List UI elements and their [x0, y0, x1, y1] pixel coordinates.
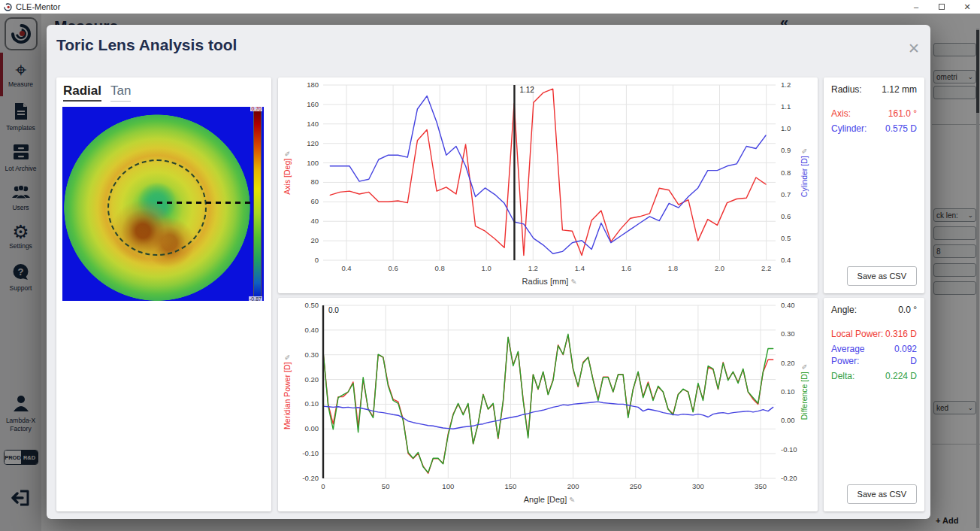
svg-text:60: 60 — [310, 197, 319, 205]
svg-text:-0.10: -0.10 — [302, 449, 319, 457]
svg-text:0.9: 0.9 — [781, 146, 791, 154]
cylinder-value: 0.575 D — [885, 123, 917, 135]
svg-text:150: 150 — [505, 482, 517, 490]
angle-value: 0.0 ° — [898, 304, 917, 316]
svg-text:0.00: 0.00 — [305, 424, 319, 432]
svg-text:160: 160 — [307, 100, 319, 108]
app-icon — [4, 3, 12, 11]
average-power-label: Average Power: — [831, 343, 888, 367]
svg-text:1.8: 1.8 — [668, 264, 678, 272]
svg-text:0.8: 0.8 — [435, 264, 445, 272]
delta-value: 0.224 D — [885, 370, 917, 382]
svg-text:1.6: 1.6 — [622, 264, 631, 272]
svg-text:100: 100 — [307, 159, 319, 167]
restore-button[interactable] — [929, 0, 954, 14]
svg-text:140: 140 — [307, 120, 319, 128]
cylinder-label: Cylinder: — [831, 123, 867, 135]
average-power-value: 0.092 D — [888, 343, 917, 367]
radius-value: 1.12 mm — [882, 83, 917, 96]
colorbar-min-label: -0.87 — [249, 296, 262, 302]
svg-text:0.20: 0.20 — [781, 359, 795, 367]
application-window: CLE-Mentor – ✕ ⌖ Measure — [0, 0, 980, 531]
delta-label: Delta: — [831, 370, 854, 382]
svg-text:0.50: 0.50 — [305, 301, 319, 309]
svg-text:1.0: 1.0 — [482, 264, 492, 272]
colorbar-max-label: 0.70 — [250, 106, 262, 111]
svg-text:Radius [mm] ✎: Radius [mm] ✎ — [522, 277, 577, 286]
svg-text:200: 200 — [567, 482, 579, 490]
measurement-circle-overlay — [107, 159, 207, 256]
local-power-value: 0.316 D — [885, 328, 917, 340]
svg-text:1.0: 1.0 — [781, 124, 791, 132]
svg-text:20: 20 — [310, 236, 319, 244]
radius-label: Radius: — [831, 83, 862, 96]
svg-text:0.6: 0.6 — [781, 212, 791, 220]
tab-tan[interactable]: Tan — [110, 83, 131, 102]
colorbar — [253, 109, 262, 299]
svg-text:Difference [D] ✎: Difference [D] ✎ — [800, 364, 809, 420]
svg-text:Meridian Power [D] ✎: Meridian Power [D] ✎ — [283, 354, 292, 429]
svg-text:1.1: 1.1 — [781, 102, 791, 111]
svg-text:0.7: 0.7 — [781, 190, 791, 199]
restore-icon — [939, 4, 945, 10]
minimize-button[interactable]: – — [903, 0, 929, 14]
svg-text:0.4: 0.4 — [781, 256, 791, 264]
svg-text:0: 0 — [315, 256, 319, 264]
svg-text:0.40: 0.40 — [781, 301, 795, 309]
svg-text:350: 350 — [755, 482, 767, 490]
window-titlebar: CLE-Mentor – ✕ — [0, 0, 980, 14]
map-tabs: Radial Tan — [63, 83, 131, 102]
axis-label: Axis: — [831, 108, 851, 120]
svg-text:0.30: 0.30 — [781, 329, 795, 338]
svg-text:0.10: 0.10 — [781, 387, 795, 396]
radius-info-panel: Radius: 1.12 mm Axis: 161.0 ° Cylinder: … — [824, 77, 924, 293]
radius-chart-panel: 0204060801001201401601800.40.60.81.01.21… — [278, 77, 818, 293]
svg-text:40: 40 — [310, 217, 319, 225]
svg-text:2.0: 2.0 — [715, 264, 724, 272]
svg-text:0.20: 0.20 — [305, 375, 319, 384]
svg-text:180: 180 — [307, 80, 319, 89]
angle-info-panel: Angle: 0.0 ° Local Power: 0.316 D Averag… — [824, 298, 924, 511]
svg-text:300: 300 — [692, 482, 704, 490]
svg-text:Cylinder [D] ✎: Cylinder [D] ✎ — [800, 148, 809, 197]
svg-text:1.4: 1.4 — [575, 264, 585, 272]
svg-text:0.5: 0.5 — [781, 234, 791, 242]
dialog-title: Toric Lens Analysis tool — [56, 36, 237, 54]
svg-text:1.2: 1.2 — [528, 264, 538, 272]
svg-text:0.00: 0.00 — [781, 416, 795, 424]
svg-text:0.0: 0.0 — [328, 306, 339, 314]
tab-radial[interactable]: Radial — [63, 83, 101, 102]
svg-text:100: 100 — [442, 482, 454, 490]
svg-text:-0.20: -0.20 — [781, 474, 797, 482]
close-icon[interactable]: ✕ — [908, 43, 920, 55]
angle-label: Angle: — [831, 304, 857, 316]
svg-text:Angle [Deg] ✎: Angle [Deg] ✎ — [524, 495, 576, 504]
svg-text:50: 50 — [382, 482, 390, 490]
window-title: CLE-Mentor — [16, 2, 60, 11]
axis-cylinder-vs-radius-chart[interactable]: 0204060801001201401601800.40.60.81.01.21… — [278, 77, 818, 293]
window-controls: – ✕ — [903, 0, 980, 14]
angle-chart-panel: -0.20-0.100.000.100.200.300.400.50050100… — [278, 298, 818, 511]
lens-power-heatmap[interactable]: 0.70 -0.87 — [62, 107, 264, 301]
svg-text:0: 0 — [321, 482, 325, 490]
save-csv-button-top[interactable]: Save as CSV — [847, 266, 917, 286]
svg-text:1.2: 1.2 — [781, 80, 791, 89]
svg-text:0.10: 0.10 — [305, 399, 319, 408]
axis-value: 161.0 ° — [888, 108, 917, 120]
svg-text:-0.10: -0.10 — [781, 445, 797, 454]
svg-text:0.6: 0.6 — [388, 264, 398, 272]
save-csv-button-bottom[interactable]: Save as CSV — [847, 484, 917, 504]
close-window-button[interactable]: ✕ — [954, 0, 980, 14]
local-power-label: Local Power: — [831, 328, 883, 340]
svg-text:250: 250 — [630, 482, 642, 490]
meridian-line-overlay — [157, 202, 256, 204]
svg-text:0.30: 0.30 — [305, 350, 319, 359]
svg-text:80: 80 — [310, 178, 319, 186]
svg-text:0.4: 0.4 — [341, 264, 351, 272]
svg-text:2.2: 2.2 — [761, 264, 771, 272]
power-vs-angle-chart[interactable]: -0.20-0.100.000.100.200.300.400.50050100… — [278, 298, 818, 511]
svg-text:-0.20: -0.20 — [302, 474, 319, 482]
svg-text:120: 120 — [307, 139, 319, 147]
toric-lens-dialog: Toric Lens Analysis tool ✕ Radial Tan 0.… — [47, 25, 930, 519]
svg-text:0.40: 0.40 — [305, 326, 319, 334]
